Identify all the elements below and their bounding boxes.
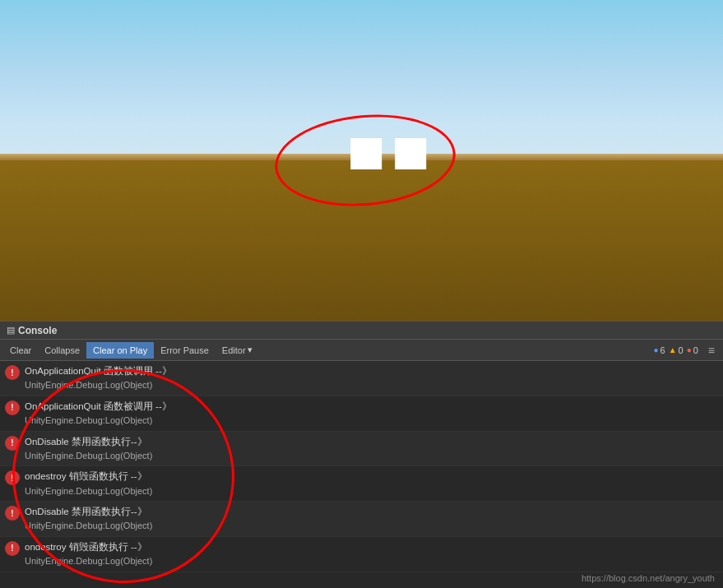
white-square-left xyxy=(350,138,382,169)
log-counts: ● 6 ▲ 0 ● 0 xyxy=(653,345,698,355)
console-icon: ▤ xyxy=(7,325,15,336)
log-text: OnApplicationQuit 函数被调用 --》UnityEngine.D… xyxy=(25,400,172,428)
console-header: ▤ Console xyxy=(0,322,723,340)
info-icon: ● xyxy=(653,345,658,354)
console-log[interactable]: !OnApplicationQuit 函数被调用 --》UnityEngine.… xyxy=(0,361,723,572)
collapse-button[interactable]: Collapse xyxy=(38,342,86,359)
console-toolbar: Clear Collapse Clear on Play Error Pause… xyxy=(0,340,723,361)
console-panel: ▤ Console Clear Collapse Clear on Play E… xyxy=(0,321,723,588)
log-error-icon: ! xyxy=(5,470,20,485)
log-entry[interactable]: !ondestroy 销毁函数执行 --》UnityEngine.Debug:L… xyxy=(0,537,723,572)
error-icon: ● xyxy=(687,345,692,354)
white-square-right xyxy=(395,138,426,169)
white-squares-container xyxy=(350,138,426,169)
error-pause-button[interactable]: Error Pause xyxy=(154,342,216,359)
log-error-icon: ! xyxy=(5,365,20,380)
error-count: 0 xyxy=(693,345,698,355)
editor-button[interactable]: Editor ▾ xyxy=(216,342,259,359)
log-entry[interactable]: !ondestroy 销毁函数执行 --》UnityEngine.Debug:L… xyxy=(0,466,723,502)
log-text: ondestroy 销毁函数执行 --》UnityEngine.Debug:Lo… xyxy=(25,540,152,568)
console-menu-button[interactable]: ≡ xyxy=(703,344,720,357)
log-entry[interactable]: !OnApplicationQuit 函数被调用 --》UnityEngine.… xyxy=(0,396,723,432)
log-error-icon: ! xyxy=(5,506,20,521)
log-error-icon: ! xyxy=(5,541,20,556)
log-text: OnDisable 禁用函数执行--》UnityEngine.Debug:Log… xyxy=(25,435,152,463)
log-text: OnApplicationQuit 函数被调用 --》UnityEngine.D… xyxy=(25,364,172,392)
warn-count-item: ▲ 0 xyxy=(669,345,684,355)
game-view xyxy=(0,0,723,321)
ground-background xyxy=(0,160,723,321)
info-count: 6 xyxy=(660,345,665,355)
log-entry[interactable]: !OnApplicationQuit 函数被调用 --》UnityEngine.… xyxy=(0,361,723,396)
watermark: https://blog.csdn.net/angry_youth xyxy=(582,573,715,583)
info-count-item: ● 6 xyxy=(653,345,665,355)
error-count-item: ● 0 xyxy=(687,345,698,355)
log-text: OnDisable 禁用函数执行--》UnityEngine.Debug:Log… xyxy=(25,505,152,533)
editor-dropdown-icon: ▾ xyxy=(248,345,253,355)
log-text: ondestroy 销毁函数执行 --》UnityEngine.Debug:Lo… xyxy=(25,470,152,498)
clear-button[interactable]: Clear xyxy=(3,342,38,359)
log-entry[interactable]: !OnDisable 禁用函数执行--》UnityEngine.Debug:Lo… xyxy=(0,502,723,537)
log-error-icon: ! xyxy=(5,436,20,451)
warn-icon: ▲ xyxy=(669,345,677,354)
warn-count: 0 xyxy=(679,345,684,355)
log-entry[interactable]: !OnDisable 禁用函数执行--》UnityEngine.Debug:Lo… xyxy=(0,432,723,467)
console-log-container: !OnApplicationQuit 函数被调用 --》UnityEngine.… xyxy=(0,361,723,588)
clear-on-play-button[interactable]: Clear on Play xyxy=(86,342,154,359)
log-error-icon: ! xyxy=(5,400,20,415)
console-title: Console xyxy=(18,325,57,336)
